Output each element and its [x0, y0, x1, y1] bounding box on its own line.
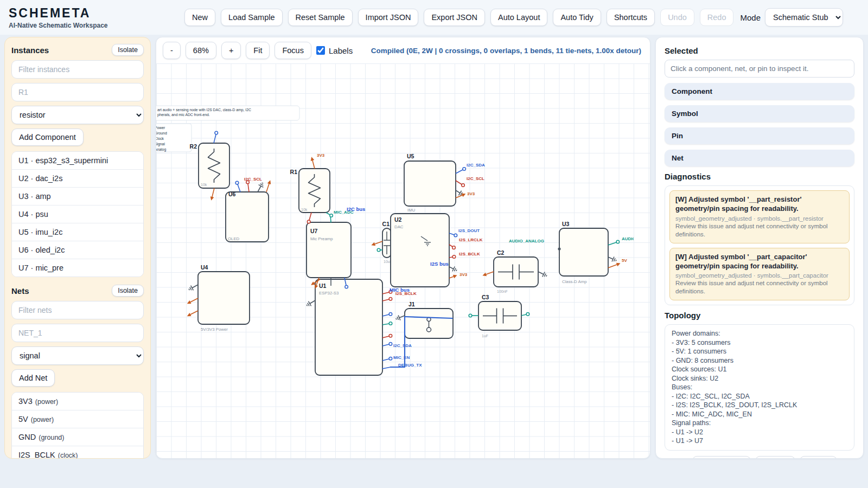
toolbar-button-export-json[interactable]: Export JSON — [424, 9, 485, 26]
pin-signal[interactable] — [345, 285, 348, 288]
selected-section-net[interactable]: Net — [665, 150, 854, 166]
selected-section-symbol[interactable]: Symbol — [665, 105, 854, 122]
zoom-in-button[interactable]: + — [221, 42, 241, 59]
instance-list-item[interactable]: U2 · dac_i2s — [12, 169, 143, 187]
net-name-input[interactable] — [11, 324, 144, 342]
power-arrow[interactable] — [311, 157, 315, 161]
pin-stem[interactable] — [456, 170, 463, 174]
pin-clock[interactable] — [452, 255, 456, 259]
add-component-button[interactable]: Add Component — [11, 129, 84, 146]
component-U6[interactable] — [226, 192, 269, 242]
pin-stem[interactable] — [309, 213, 311, 220]
pin-stem[interactable] — [310, 300, 315, 304]
pin-stem[interactable] — [258, 186, 261, 192]
pin-stem[interactable] — [190, 298, 198, 302]
pin-stem[interactable] — [486, 272, 494, 274]
nets-filter-input[interactable] — [11, 301, 144, 319]
pin-clock[interactable] — [452, 246, 456, 249]
labels-checkbox[interactable] — [316, 46, 325, 55]
pin-signal[interactable] — [454, 234, 457, 237]
pin-signal[interactable] — [389, 312, 392, 316]
pin-stem[interactable] — [214, 134, 216, 143]
pin-stem[interactable] — [238, 184, 240, 192]
instance-list-item[interactable]: U5 · imu_i2c — [12, 223, 143, 241]
selected-section-pin[interactable]: Pin — [665, 127, 854, 144]
pin-stem[interactable] — [382, 344, 389, 346]
pin-stem[interactable] — [456, 181, 462, 184]
toolbar-button-reset-sample[interactable]: Reset Sample — [288, 9, 353, 26]
instances-filter-input[interactable] — [11, 60, 144, 79]
pin-analog[interactable] — [469, 314, 472, 317]
pin-stem[interactable] — [521, 314, 526, 316]
pin-signal[interactable] — [463, 168, 466, 171]
pin-stem[interactable] — [375, 241, 382, 244]
net-list-item[interactable]: I2S_BCLK(clock) — [12, 446, 143, 459]
pin-signal[interactable] — [235, 181, 239, 184]
json-button-format[interactable]: Format — [800, 456, 837, 459]
pin-stem[interactable] — [608, 265, 617, 268]
net-list-item[interactable]: GND(ground) — [12, 428, 143, 446]
focus-button[interactable]: Focus — [275, 42, 311, 59]
labels-toggle[interactable]: Labels — [316, 46, 353, 55]
pin-stem[interactable] — [456, 195, 462, 198]
instance-list-item[interactable]: U4 · psu — [12, 205, 143, 223]
pin-clock[interactable] — [389, 334, 392, 337]
toolbar-button-auto-layout[interactable]: Auto Layout — [490, 9, 547, 26]
pin-clock[interactable] — [462, 184, 465, 187]
power-arrow[interactable] — [210, 196, 214, 201]
pin-stem[interactable] — [399, 316, 405, 318]
instances-isolate-button[interactable]: Isolate — [112, 44, 144, 56]
pin-stem[interactable] — [190, 311, 198, 314]
nets-isolate-button[interactable]: Isolate — [112, 285, 144, 297]
pin-stem[interactable] — [382, 336, 389, 338]
pin-stem[interactable] — [248, 184, 249, 192]
pin-stem[interactable] — [382, 324, 389, 325]
schematic-canvas[interactable]: art audio + sensing node with I2S DAC, c… — [156, 63, 634, 458]
pin-stem[interactable] — [192, 285, 198, 288]
pin-stem[interactable] — [449, 277, 454, 278]
diagnostic-warning-card[interactable]: [W] Adjusted symbol '__part_capacitor' g… — [669, 248, 850, 301]
json-button-validate[interactable]: Validate — [755, 456, 795, 459]
net-list-item[interactable]: 5V(power) — [12, 410, 143, 428]
pin-analog[interactable] — [389, 322, 392, 325]
diagnostic-warning-card[interactable]: [W] Adjusted symbol '__part_resistor' ge… — [669, 190, 850, 243]
toolbar-button-load-sample[interactable]: Load Sample — [221, 9, 282, 26]
pin-stem[interactable] — [538, 272, 544, 274]
pin-stem[interactable] — [212, 188, 214, 197]
pin-clock[interactable] — [389, 297, 392, 300]
instance-list-item[interactable]: U3 · amp — [12, 187, 143, 205]
pin-stem[interactable] — [456, 190, 460, 193]
pin-signal[interactable] — [389, 357, 392, 360]
pin-analog[interactable] — [330, 214, 333, 217]
pin-signal[interactable] — [215, 131, 218, 134]
zoom-out-button[interactable]: - — [163, 42, 181, 59]
power-arrow[interactable] — [482, 273, 487, 276]
schematic-viewport[interactable]: art audio + sensing node with I2S DAC, c… — [156, 63, 650, 458]
zoom-level-button[interactable]: 68% — [186, 42, 216, 59]
instance-list-item[interactable]: U1 · esp32_s3_supermini — [12, 152, 143, 169]
instance-ref-input[interactable] — [11, 83, 144, 101]
toolbar-button-auto-tidy[interactable]: Auto Tidy — [553, 9, 601, 26]
pin-stem[interactable] — [449, 257, 452, 258]
instance-list-item[interactable]: U7 · mic_pre — [12, 259, 143, 277]
toolbar-button-new[interactable]: New — [184, 9, 215, 26]
pin-stem[interactable] — [608, 257, 613, 259]
add-net-button[interactable]: Add Net — [11, 369, 55, 387]
component-U3[interactable] — [559, 228, 608, 276]
pin-stem[interactable] — [382, 292, 389, 294]
pin-analog[interactable] — [377, 248, 380, 252]
toolbar-button-import-json[interactable]: Import JSON — [358, 9, 419, 26]
net-wire[interactable] — [382, 367, 391, 369]
component-U5[interactable] — [404, 161, 456, 206]
fit-button[interactable]: Fit — [246, 42, 270, 59]
pin-analog[interactable] — [616, 240, 620, 243]
pin-stem[interactable] — [312, 160, 315, 169]
pin-signal[interactable] — [389, 342, 392, 345]
pin-stem[interactable] — [608, 242, 616, 245]
json-button-view-schema[interactable]: View Schema — [692, 456, 751, 459]
net-type-select[interactable]: signal — [11, 346, 144, 365]
pin-stem[interactable] — [449, 233, 454, 235]
power-arrow[interactable] — [371, 242, 375, 246]
toolbar-button-shortcuts[interactable]: Shortcuts — [607, 9, 655, 26]
pin-stem[interactable] — [382, 359, 389, 361]
